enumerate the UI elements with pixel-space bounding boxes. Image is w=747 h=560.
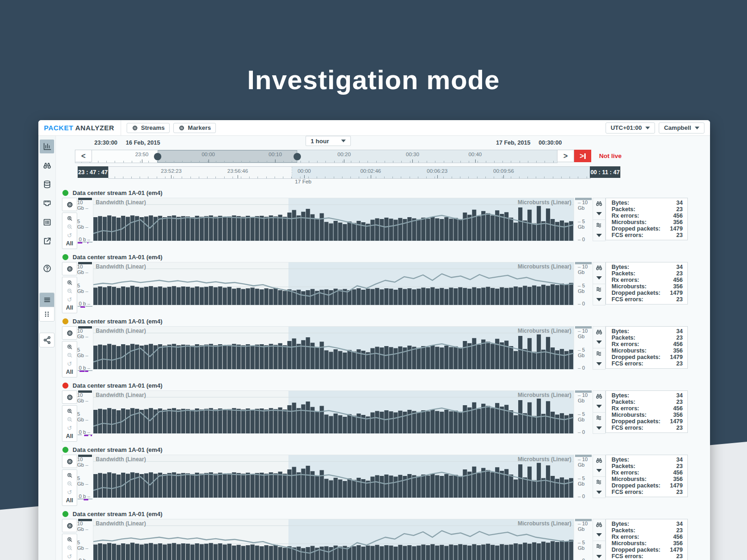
collapse-microbursts-button[interactable] [593, 423, 605, 434]
zoom-in-button[interactable] [62, 214, 77, 223]
collapse-microbursts-button[interactable] [593, 552, 605, 560]
sidebar-item-storage[interactable] [40, 177, 54, 191]
bandwidth-chart[interactable]: Bandwidth (Linear) Microbursts (Linear) [93, 455, 574, 498]
collapse-bandwidth-button[interactable] [593, 466, 605, 476]
chart-side-controls [593, 455, 606, 498]
zoom-in-button[interactable] [62, 536, 77, 544]
purple-annotation-line [84, 435, 89, 436]
bandwidth-chart[interactable]: Bandwidth (Linear) Microbursts (Linear) [93, 390, 574, 434]
marker-strip[interactable] [688, 455, 710, 498]
zoom-in-button[interactable] [62, 471, 77, 480]
timeline-tick-label: 00:09:56 [493, 168, 514, 174]
zoom-in-button[interactable] [62, 343, 77, 351]
triangle-down-icon [596, 234, 602, 237]
inspect-button[interactable] [593, 519, 605, 530]
microbursts-button[interactable] [593, 476, 605, 487]
stream-row: Data center stream 1A-01 (em4) ↺ All [56, 252, 710, 314]
overview-timeline[interactable]: 23:5000:0000:1000:2000:3000:40 [75, 150, 557, 163]
timezone-dropdown[interactable]: UTC+01:00 [606, 122, 655, 134]
zoom-in-button[interactable] [62, 279, 77, 287]
timeline-prev-button[interactable]: < [75, 150, 92, 162]
triangle-down-icon [596, 212, 602, 215]
zoom-out-button[interactable] [62, 287, 77, 295]
zoom-all-button[interactable]: All [62, 496, 77, 505]
bandwidth-chart[interactable]: Bandwidth (Linear) Microbursts (Linear) [93, 198, 574, 241]
marker-strip[interactable] [688, 198, 710, 241]
zoom-out-button[interactable] [62, 223, 77, 231]
marker-strip[interactable] [688, 519, 710, 560]
detail-timeline[interactable]: 23:52:2323:56:4600:0000:02:4600:06:2300:… [108, 166, 591, 179]
zoom-out-button[interactable] [62, 480, 77, 488]
stream-settings-button[interactable] [62, 519, 77, 532]
selection-handle-left[interactable] [154, 153, 161, 160]
marker-strip[interactable] [688, 262, 710, 305]
stream-settings-button[interactable] [62, 326, 77, 340]
marker-strip[interactable] [688, 390, 710, 434]
zoom-all-button[interactable]: All [62, 368, 77, 376]
sidebar-item-open[interactable] [40, 234, 54, 248]
selection-handle-right[interactable] [294, 153, 301, 160]
collapse-bandwidth-button[interactable] [593, 273, 605, 284]
bandwidth-chart[interactable]: Bandwidth (Linear) Microbursts (Linear) [93, 326, 574, 370]
zoom-out-button[interactable] [62, 351, 77, 359]
zoom-all-button[interactable]: All [62, 239, 77, 248]
sidebar-item-help[interactable] [40, 262, 54, 275]
zoom-all-button[interactable]: All [62, 304, 77, 312]
collapse-microbursts-button[interactable] [593, 487, 605, 498]
user-dropdown[interactable]: Campbell [659, 122, 704, 134]
microbursts-button[interactable] [593, 348, 605, 359]
microbursts-button[interactable] [593, 284, 605, 295]
microbursts-button[interactable] [593, 541, 605, 552]
reset-zoom-button[interactable]: ↺ [62, 231, 77, 239]
microbursts-button[interactable] [593, 219, 605, 231]
collapse-bandwidth-button[interactable] [593, 337, 605, 348]
collapse-bandwidth-button[interactable] [593, 402, 605, 412]
stream-stats-panel: Bytes:34Packets:23Rx errors:456Microburs… [606, 455, 688, 497]
collapse-microbursts-button[interactable] [593, 231, 605, 241]
streams-button[interactable]: Streams [127, 123, 170, 133]
collapse-microbursts-button[interactable] [593, 295, 605, 305]
microbursts-button[interactable] [593, 412, 605, 423]
collapse-bandwidth-button[interactable] [593, 209, 605, 219]
inspect-button[interactable] [593, 455, 605, 466]
inspect-button[interactable] [593, 198, 605, 209]
triangle-down-icon [596, 426, 602, 430]
stream-settings-button[interactable] [62, 198, 77, 211]
bandwidth-chart[interactable]: Bandwidth (Linear) Microbursts (Linear) [93, 262, 574, 305]
reset-zoom-button[interactable]: ↺ [62, 552, 77, 560]
stream-settings-button[interactable] [62, 390, 77, 404]
collapse-bandwidth-button[interactable] [593, 530, 605, 541]
help-icon [43, 264, 52, 273]
view-list-button[interactable] [40, 293, 54, 307]
go-live-button[interactable]: > [574, 150, 591, 162]
range-start-label: 23:30:0016 Feb, 2015 [94, 140, 160, 146]
timeline-next-button[interactable]: > [557, 150, 574, 162]
reset-zoom-button[interactable]: ↺ [62, 359, 77, 368]
sidebar-item-search[interactable] [40, 158, 54, 172]
time-range-select[interactable]: 1 hour [306, 136, 351, 146]
zoom-in-button[interactable] [62, 407, 77, 415]
binoculars-icon [595, 328, 603, 335]
bandwidth-chart[interactable]: Bandwidth (Linear) Microbursts (Linear) [93, 519, 574, 560]
inspect-button[interactable] [593, 327, 605, 337]
markers-button[interactable]: Markers [173, 123, 216, 133]
stream-settings-button[interactable] [62, 455, 77, 468]
reset-zoom-button[interactable]: ↺ [62, 295, 77, 304]
sidebar-item-details[interactable] [40, 215, 54, 229]
sidebar-item-interfaces[interactable] [40, 196, 54, 210]
sidebar-item-charts[interactable] [40, 140, 54, 153]
share-button[interactable] [39, 333, 55, 347]
purple-annotation-line [91, 435, 92, 436]
zoom-all-button[interactable]: All [62, 432, 77, 440]
reset-zoom-button[interactable]: ↺ [62, 424, 77, 432]
view-grid-button[interactable] [40, 307, 54, 321]
marker-strip[interactable] [688, 326, 710, 370]
stream-settings-button[interactable] [62, 262, 77, 275]
inspect-button[interactable] [593, 262, 605, 273]
collapse-microbursts-button[interactable] [593, 359, 605, 370]
inspect-button[interactable] [593, 391, 605, 402]
stat-line: Rx errors:456 [612, 277, 683, 284]
reset-zoom-button[interactable]: ↺ [62, 488, 77, 496]
zoom-out-button[interactable] [62, 415, 77, 424]
zoom-out-button[interactable] [62, 544, 77, 552]
